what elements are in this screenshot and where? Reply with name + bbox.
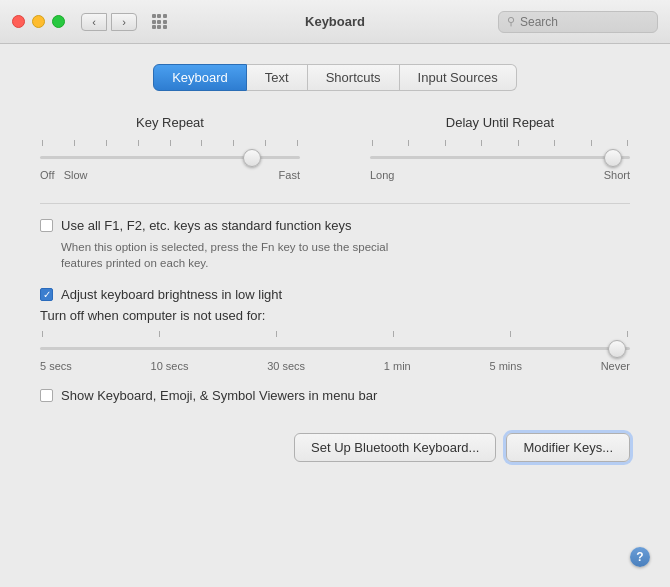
delay-repeat-axis-labels: Long Short [370, 169, 630, 181]
keyboard-viewer-checkbox[interactable] [40, 389, 53, 402]
delay-repeat-right-label: Short [604, 169, 630, 181]
tab-input-sources[interactable]: Input Sources [400, 64, 517, 91]
window-title: Keyboard [305, 14, 365, 29]
modifier-keys-button[interactable]: Modifier Keys... [506, 433, 630, 462]
title-bar: ‹ › Keyboard ⚲ [0, 0, 670, 44]
brightness-label-30secs: 30 secs [267, 360, 305, 372]
brightness-row: Adjust keyboard brightness in low light [40, 287, 630, 302]
minimize-button[interactable] [32, 15, 45, 28]
fn-keys-row: Use all F1, F2, etc. keys as standard fu… [40, 218, 630, 233]
keyboard-viewer-row: Show Keyboard, Emoji, & Symbol Viewers i… [40, 388, 630, 403]
tab-keyboard[interactable]: Keyboard [153, 64, 247, 91]
main-content: Keyboard Text Shortcuts Input Sources Ke… [0, 44, 670, 587]
key-repeat-group: Key Repeat Off Slow Fast [40, 115, 300, 181]
traffic-lights [12, 15, 65, 28]
help-button[interactable]: ? [630, 547, 650, 567]
search-icon: ⚲ [507, 15, 515, 28]
fn-keys-label: Use all F1, F2, etc. keys as standard fu… [61, 218, 351, 233]
key-repeat-label: Key Repeat [40, 115, 300, 130]
divider-1 [40, 203, 630, 204]
search-input[interactable] [520, 15, 649, 29]
key-repeat-right-label: Fast [279, 169, 300, 181]
brightness-label-never: Never [601, 360, 630, 372]
grid-icon [152, 14, 167, 29]
brightness-label-5secs: 5 secs [40, 360, 72, 372]
fn-keys-checkbox[interactable] [40, 219, 53, 232]
maximize-button[interactable] [52, 15, 65, 28]
nav-buttons: ‹ › [81, 13, 137, 31]
brightness-track[interactable] [40, 347, 630, 350]
brightness-label-10secs: 10 secs [151, 360, 189, 372]
brightness-label: Adjust keyboard brightness in low light [61, 287, 282, 302]
key-repeat-ticks [40, 140, 300, 146]
key-repeat-axis-labels: Off Slow Fast [40, 169, 300, 181]
brightness-slider-section: Turn off when computer is not used for: … [40, 308, 630, 372]
brightness-label-1min: 1 min [384, 360, 411, 372]
brightness-axis-labels: 5 secs 10 secs 30 secs 1 min 5 mins Neve… [40, 360, 630, 372]
delay-repeat-ticks [370, 140, 630, 146]
forward-button[interactable]: › [111, 13, 137, 31]
turn-off-label: Turn off when computer is not used for: [40, 308, 630, 323]
delay-repeat-thumb[interactable] [604, 149, 622, 167]
brightness-thumb[interactable] [608, 340, 626, 358]
sliders-row: Key Repeat Off Slow Fast Delay Until Rep… [40, 115, 630, 181]
key-repeat-thumb[interactable] [243, 149, 261, 167]
brightness-ticks [40, 331, 630, 337]
delay-repeat-group: Delay Until Repeat Long Short [370, 115, 630, 181]
key-repeat-left-label: Off Slow [40, 169, 87, 181]
tab-shortcuts[interactable]: Shortcuts [308, 64, 400, 91]
tab-bar: Keyboard Text Shortcuts Input Sources [40, 64, 630, 91]
brightness-checkbox[interactable] [40, 288, 53, 301]
delay-repeat-label: Delay Until Repeat [370, 115, 630, 130]
tab-text[interactable]: Text [247, 64, 308, 91]
brightness-section: Adjust keyboard brightness in low light … [40, 287, 630, 372]
back-button[interactable]: ‹ [81, 13, 107, 31]
fn-keys-subtext: When this option is selected, press the … [61, 239, 630, 271]
delay-repeat-left-label: Long [370, 169, 394, 181]
close-button[interactable] [12, 15, 25, 28]
brightness-label-5mins: 5 mins [489, 360, 521, 372]
keyboard-viewer-label: Show Keyboard, Emoji, & Symbol Viewers i… [61, 388, 377, 403]
search-bar[interactable]: ⚲ [498, 11, 658, 33]
grid-button[interactable] [147, 12, 171, 32]
bottom-buttons: Set Up Bluetooth Keyboard... Modifier Ke… [40, 433, 630, 462]
delay-repeat-track[interactable] [370, 156, 630, 159]
key-repeat-track[interactable] [40, 156, 300, 159]
bluetooth-button[interactable]: Set Up Bluetooth Keyboard... [294, 433, 496, 462]
fn-keys-section: Use all F1, F2, etc. keys as standard fu… [40, 218, 630, 271]
